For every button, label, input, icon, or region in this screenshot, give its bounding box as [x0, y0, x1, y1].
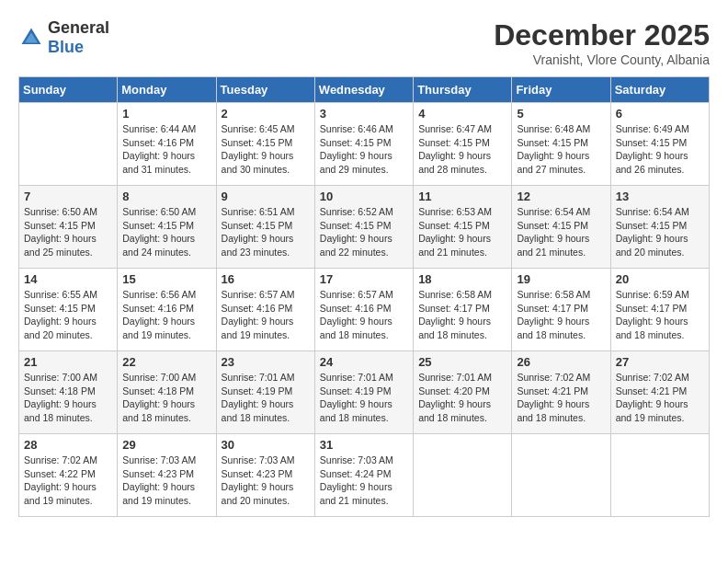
location-subtitle: Vranisht, Vlore County, Albania	[494, 52, 710, 67]
day-number: 7	[24, 190, 112, 203]
day-info: Sunrise: 6:57 AMSunset: 4:16 PMDaylight:…	[222, 288, 310, 342]
calendar-cell: 29Sunrise: 7:03 AMSunset: 4:23 PMDayligh…	[118, 434, 216, 517]
calendar-cell: 22Sunrise: 7:00 AMSunset: 4:18 PMDayligh…	[118, 351, 216, 434]
calendar-cell: 18Sunrise: 6:58 AMSunset: 4:17 PMDayligh…	[414, 269, 512, 351]
day-info: Sunrise: 7:02 AMSunset: 4:21 PMDaylight:…	[616, 371, 704, 425]
calendar-cell: 27Sunrise: 7:02 AMSunset: 4:21 PMDayligh…	[610, 351, 709, 434]
day-number: 15	[122, 272, 210, 286]
day-number: 2	[222, 107, 310, 121]
day-info: Sunrise: 6:48 AMSunset: 4:15 PMDaylight:…	[517, 122, 605, 177]
logo-general: General	[48, 18, 109, 37]
day-number: 26	[517, 355, 605, 369]
calendar-cell: 30Sunrise: 7:03 AMSunset: 4:23 PMDayligh…	[216, 434, 314, 517]
day-number: 17	[320, 272, 408, 286]
calendar-cell: 4Sunrise: 6:47 AMSunset: 4:15 PMDaylight…	[414, 103, 512, 186]
day-info: Sunrise: 6:45 AMSunset: 4:15 PMDaylight:…	[222, 122, 310, 177]
day-info: Sunrise: 7:03 AMSunset: 4:24 PMDaylight:…	[320, 454, 408, 508]
calendar-cell	[414, 434, 512, 517]
weekday-header: Sunday	[19, 77, 118, 103]
day-info: Sunrise: 6:54 AMSunset: 4:15 PMDaylight:…	[517, 205, 605, 259]
day-number: 5	[517, 107, 605, 121]
calendar-cell: 26Sunrise: 7:02 AMSunset: 4:21 PMDayligh…	[512, 351, 610, 434]
day-info: Sunrise: 7:01 AMSunset: 4:19 PMDaylight:…	[320, 371, 408, 425]
day-info: Sunrise: 6:50 AMSunset: 4:15 PMDaylight:…	[24, 205, 112, 259]
day-info: Sunrise: 6:57 AMSunset: 4:16 PMDaylight:…	[320, 288, 408, 342]
day-info: Sunrise: 6:52 AMSunset: 4:15 PMDaylight:…	[320, 205, 408, 259]
day-info: Sunrise: 6:51 AMSunset: 4:15 PMDaylight:…	[222, 205, 310, 259]
calendar-cell: 21Sunrise: 7:00 AMSunset: 4:18 PMDayligh…	[19, 351, 118, 434]
calendar-week-row: 21Sunrise: 7:00 AMSunset: 4:18 PMDayligh…	[19, 351, 710, 434]
day-info: Sunrise: 6:59 AMSunset: 4:17 PMDaylight:…	[616, 288, 704, 342]
day-number: 30	[222, 438, 310, 452]
calendar-body: 1Sunrise: 6:44 AMSunset: 4:16 PMDaylight…	[19, 103, 710, 517]
day-info: Sunrise: 6:56 AMSunset: 4:16 PMDaylight:…	[122, 288, 210, 342]
calendar-table: SundayMondayTuesdayWednesdayThursdayFrid…	[18, 76, 710, 517]
calendar-week-row: 28Sunrise: 7:02 AMSunset: 4:22 PMDayligh…	[19, 434, 710, 517]
calendar-cell: 28Sunrise: 7:02 AMSunset: 4:22 PMDayligh…	[19, 434, 118, 517]
day-number: 1	[122, 107, 210, 121]
calendar-week-row: 7Sunrise: 6:50 AMSunset: 4:15 PMDaylight…	[19, 186, 710, 269]
month-title: December 2025	[494, 18, 710, 52]
day-number: 8	[122, 190, 210, 203]
calendar-cell: 3Sunrise: 6:46 AMSunset: 4:15 PMDaylight…	[314, 103, 413, 186]
weekday-header: Monday	[118, 77, 216, 103]
day-number: 14	[24, 272, 112, 286]
day-number: 22	[122, 355, 210, 369]
calendar-cell: 15Sunrise: 6:56 AMSunset: 4:16 PMDayligh…	[118, 269, 216, 351]
day-number: 19	[517, 272, 605, 286]
calendar-cell: 17Sunrise: 6:57 AMSunset: 4:16 PMDayligh…	[314, 269, 413, 351]
day-info: Sunrise: 7:03 AMSunset: 4:23 PMDaylight:…	[222, 454, 310, 508]
day-number: 31	[320, 438, 408, 452]
day-info: Sunrise: 7:01 AMSunset: 4:19 PMDaylight:…	[222, 371, 310, 425]
calendar-cell: 13Sunrise: 6:54 AMSunset: 4:15 PMDayligh…	[610, 186, 709, 269]
calendar-cell	[19, 103, 118, 186]
day-number: 6	[616, 107, 704, 121]
calendar-cell: 5Sunrise: 6:48 AMSunset: 4:15 PMDaylight…	[512, 103, 610, 186]
day-info: Sunrise: 6:54 AMSunset: 4:15 PMDaylight:…	[616, 205, 704, 259]
calendar-cell: 6Sunrise: 6:49 AMSunset: 4:15 PMDaylight…	[610, 103, 709, 186]
day-info: Sunrise: 7:02 AMSunset: 4:21 PMDaylight:…	[517, 371, 605, 425]
calendar-cell: 23Sunrise: 7:01 AMSunset: 4:19 PMDayligh…	[216, 351, 314, 434]
day-info: Sunrise: 6:44 AMSunset: 4:16 PMDaylight:…	[122, 122, 210, 177]
day-number: 27	[616, 355, 704, 369]
day-number: 21	[24, 355, 112, 369]
day-info: Sunrise: 7:02 AMSunset: 4:22 PMDaylight:…	[24, 454, 112, 508]
calendar-cell	[610, 434, 709, 517]
calendar-cell: 24Sunrise: 7:01 AMSunset: 4:19 PMDayligh…	[314, 351, 413, 434]
day-info: Sunrise: 6:55 AMSunset: 4:15 PMDaylight:…	[24, 288, 112, 342]
day-info: Sunrise: 6:58 AMSunset: 4:17 PMDaylight:…	[418, 288, 506, 342]
calendar-cell: 8Sunrise: 6:50 AMSunset: 4:15 PMDaylight…	[118, 186, 216, 269]
page-header: General Blue December 2025 Vranisht, Vlo…	[18, 18, 710, 67]
day-number: 29	[122, 438, 210, 452]
day-number: 24	[320, 355, 408, 369]
calendar-week-row: 14Sunrise: 6:55 AMSunset: 4:15 PMDayligh…	[19, 269, 710, 351]
day-info: Sunrise: 6:46 AMSunset: 4:15 PMDaylight:…	[320, 122, 408, 177]
day-info: Sunrise: 7:00 AMSunset: 4:18 PMDaylight:…	[122, 371, 210, 425]
day-info: Sunrise: 6:47 AMSunset: 4:15 PMDaylight:…	[418, 122, 506, 177]
weekday-header: Friday	[512, 77, 610, 103]
day-number: 10	[320, 190, 408, 203]
calendar-cell: 1Sunrise: 6:44 AMSunset: 4:16 PMDaylight…	[118, 103, 216, 186]
calendar-cell: 16Sunrise: 6:57 AMSunset: 4:16 PMDayligh…	[216, 269, 314, 351]
calendar-week-row: 1Sunrise: 6:44 AMSunset: 4:16 PMDaylight…	[19, 103, 710, 186]
day-number: 9	[222, 190, 310, 203]
day-number: 25	[418, 355, 506, 369]
day-number: 3	[320, 107, 408, 121]
day-info: Sunrise: 7:00 AMSunset: 4:18 PMDaylight:…	[24, 371, 112, 425]
calendar-cell: 14Sunrise: 6:55 AMSunset: 4:15 PMDayligh…	[19, 269, 118, 351]
day-number: 12	[517, 190, 605, 203]
weekday-header: Wednesday	[314, 77, 413, 103]
calendar-cell: 19Sunrise: 6:58 AMSunset: 4:17 PMDayligh…	[512, 269, 610, 351]
calendar-cell	[512, 434, 610, 517]
weekday-header: Tuesday	[216, 77, 314, 103]
logo-blue: Blue	[48, 38, 84, 56]
day-info: Sunrise: 6:50 AMSunset: 4:15 PMDaylight:…	[122, 205, 210, 259]
logo-icon	[18, 25, 44, 51]
day-number: 28	[24, 438, 112, 452]
weekday-header: Thursday	[414, 77, 512, 103]
calendar-cell: 11Sunrise: 6:53 AMSunset: 4:15 PMDayligh…	[414, 186, 512, 269]
day-number: 18	[418, 272, 506, 286]
calendar-cell: 25Sunrise: 7:01 AMSunset: 4:20 PMDayligh…	[414, 351, 512, 434]
title-block: December 2025 Vranisht, Vlore County, Al…	[494, 18, 710, 67]
day-number: 13	[616, 190, 704, 203]
